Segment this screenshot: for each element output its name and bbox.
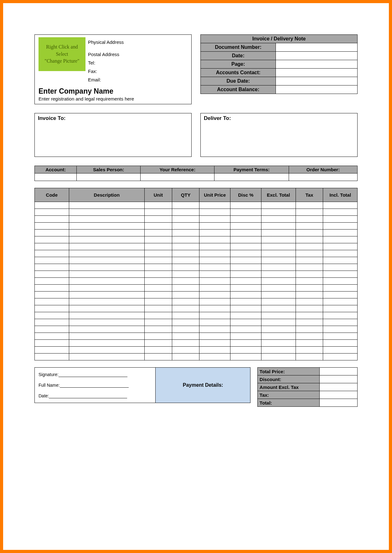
item-cell[interactable]: [172, 202, 199, 209]
item-cell[interactable]: [230, 347, 261, 354]
page-value[interactable]: [276, 60, 358, 69]
item-cell[interactable]: [35, 257, 69, 264]
item-cell[interactable]: [199, 243, 230, 250]
item-cell[interactable]: [69, 271, 144, 278]
item-cell[interactable]: [230, 354, 261, 360]
item-cell[interactable]: [199, 278, 230, 285]
tax-total-value[interactable]: [319, 391, 357, 399]
item-cell[interactable]: [69, 354, 144, 360]
item-cell[interactable]: [35, 298, 69, 305]
item-cell[interactable]: [69, 223, 144, 230]
doc-number-value[interactable]: [276, 43, 358, 52]
item-cell[interactable]: [144, 202, 172, 209]
item-cell[interactable]: [35, 333, 69, 340]
item-cell[interactable]: [172, 223, 199, 230]
item-cell[interactable]: [199, 271, 230, 278]
item-cell[interactable]: [261, 257, 296, 264]
item-cell[interactable]: [144, 340, 172, 347]
item-cell[interactable]: [230, 236, 261, 243]
item-cell[interactable]: [261, 278, 296, 285]
item-cell[interactable]: [172, 347, 199, 354]
item-cell[interactable]: [69, 243, 144, 250]
item-cell[interactable]: [144, 298, 172, 305]
item-cell[interactable]: [230, 278, 261, 285]
item-cell[interactable]: [69, 340, 144, 347]
item-cell[interactable]: [172, 216, 199, 223]
item-cell[interactable]: [35, 305, 69, 312]
item-cell[interactable]: [199, 264, 230, 271]
item-cell[interactable]: [323, 202, 358, 209]
item-cell[interactable]: [296, 264, 323, 271]
item-cell[interactable]: [172, 243, 199, 250]
item-cell[interactable]: [323, 271, 358, 278]
total-value[interactable]: [319, 399, 357, 407]
item-cell[interactable]: [172, 209, 199, 216]
item-cell[interactable]: [296, 250, 323, 257]
item-cell[interactable]: [172, 236, 199, 243]
item-cell[interactable]: [323, 285, 358, 292]
item-cell[interactable]: [69, 326, 144, 333]
item-cell[interactable]: [69, 250, 144, 257]
item-cell[interactable]: [323, 209, 358, 216]
item-cell[interactable]: [296, 326, 323, 333]
item-cell[interactable]: [69, 298, 144, 305]
item-cell[interactable]: [296, 216, 323, 223]
item-cell[interactable]: [230, 257, 261, 264]
logo-placeholder[interactable]: Right Click and Select "Change Picture": [39, 37, 85, 71]
item-cell[interactable]: [230, 230, 261, 236]
item-cell[interactable]: [69, 264, 144, 271]
item-cell[interactable]: [172, 292, 199, 298]
item-cell[interactable]: [144, 285, 172, 292]
item-cell[interactable]: [69, 305, 144, 312]
item-cell[interactable]: [144, 333, 172, 340]
item-cell[interactable]: [230, 319, 261, 326]
item-cell[interactable]: [172, 298, 199, 305]
item-cell[interactable]: [144, 292, 172, 298]
item-cell[interactable]: [144, 223, 172, 230]
order-number-value[interactable]: [289, 173, 357, 181]
item-cell[interactable]: [261, 236, 296, 243]
item-cell[interactable]: [296, 243, 323, 250]
item-cell[interactable]: [296, 340, 323, 347]
item-cell[interactable]: [35, 354, 69, 360]
item-cell[interactable]: [199, 236, 230, 243]
item-cell[interactable]: [144, 257, 172, 264]
item-cell[interactable]: [35, 340, 69, 347]
item-cell[interactable]: [144, 271, 172, 278]
item-cell[interactable]: [296, 333, 323, 340]
item-cell[interactable]: [144, 216, 172, 223]
item-cell[interactable]: [323, 257, 358, 264]
item-cell[interactable]: [144, 250, 172, 257]
item-cell[interactable]: [144, 305, 172, 312]
item-cell[interactable]: [199, 209, 230, 216]
fullname-line[interactable]: [60, 387, 129, 388]
item-cell[interactable]: [199, 319, 230, 326]
item-cell[interactable]: [199, 250, 230, 257]
item-cell[interactable]: [261, 271, 296, 278]
item-cell[interactable]: [199, 285, 230, 292]
sales-person-value[interactable]: [77, 173, 141, 181]
discount-value[interactable]: [319, 375, 357, 383]
item-cell[interactable]: [69, 292, 144, 298]
item-cell[interactable]: [323, 347, 358, 354]
item-cell[interactable]: [323, 340, 358, 347]
item-cell[interactable]: [172, 250, 199, 257]
item-cell[interactable]: [144, 264, 172, 271]
item-cell[interactable]: [199, 354, 230, 360]
item-cell[interactable]: [199, 312, 230, 319]
your-reference-value[interactable]: [141, 173, 214, 181]
item-cell[interactable]: [144, 354, 172, 360]
item-cell[interactable]: [261, 298, 296, 305]
item-cell[interactable]: [199, 257, 230, 264]
item-cell[interactable]: [35, 216, 69, 223]
accounts-contact-value[interactable]: [276, 69, 358, 77]
total-price-value[interactable]: [319, 368, 357, 375]
item-cell[interactable]: [261, 347, 296, 354]
item-cell[interactable]: [69, 312, 144, 319]
item-cell[interactable]: [199, 326, 230, 333]
item-cell[interactable]: [261, 312, 296, 319]
item-cell[interactable]: [296, 209, 323, 216]
item-cell[interactable]: [296, 319, 323, 326]
item-cell[interactable]: [35, 230, 69, 236]
item-cell[interactable]: [323, 216, 358, 223]
